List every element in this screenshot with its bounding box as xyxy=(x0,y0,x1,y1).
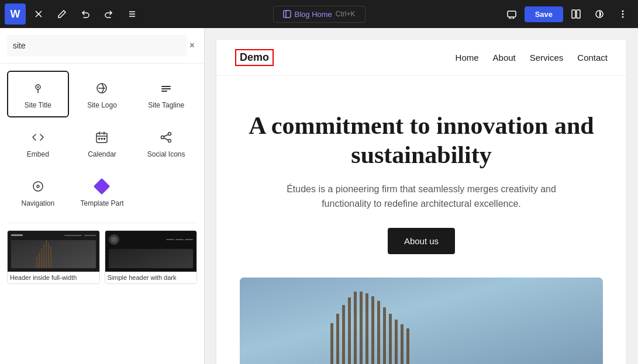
svg-line-34 xyxy=(164,134,168,137)
svg-rect-30 xyxy=(104,138,105,140)
more-options-button[interactable] xyxy=(612,4,633,25)
block-item-site-logo[interactable]: Site Logo xyxy=(71,71,133,117)
nav-services[interactable]: Services xyxy=(530,53,564,63)
hero-title: A commitment to innovation and sustainab… xyxy=(246,111,597,170)
main-layout: × Site Title xyxy=(0,28,638,364)
keyboard-shortcut: Ctrl+K xyxy=(336,10,356,18)
nav-contact[interactable]: Contact xyxy=(577,53,608,63)
template-thumb-light[interactable]: Simple header with dark xyxy=(105,230,198,284)
site-logo-icon xyxy=(92,79,111,98)
styles-button[interactable] xyxy=(589,4,610,25)
svg-point-32 xyxy=(161,136,164,139)
edit-button[interactable] xyxy=(51,4,73,25)
architecture-image xyxy=(240,278,603,364)
template-thumbs: Header inside full-width xyxy=(7,230,197,284)
svg-rect-5 xyxy=(284,11,291,18)
template-thumb-img-dark xyxy=(8,231,99,272)
svg-point-14 xyxy=(622,11,624,12)
svg-point-37 xyxy=(37,185,39,188)
blog-home-button[interactable]: Blog Home Ctrl+K xyxy=(273,6,365,23)
redo-button[interactable] xyxy=(98,4,119,25)
template-part-icon xyxy=(92,177,111,196)
preview-button[interactable] xyxy=(501,4,522,25)
sidebar-search-bar: × xyxy=(0,28,204,64)
svg-rect-11 xyxy=(572,10,575,18)
top-toolbar: W xyxy=(0,0,638,28)
block-item-embed[interactable]: Embed xyxy=(7,120,69,167)
hero-subtitle: Études is a pioneering firm that seamles… xyxy=(275,182,568,212)
site-nav: Home About Services Contact xyxy=(456,53,608,63)
list-view-button[interactable] xyxy=(122,4,143,25)
social-icons-icon xyxy=(157,128,175,147)
block-label-calendar: Calendar xyxy=(88,150,116,158)
site-logo-text: Demo xyxy=(235,49,274,66)
template-thumb-dark[interactable]: Header inside full-width xyxy=(7,230,100,284)
toolbar-center: Blog Home Ctrl+K xyxy=(273,6,365,23)
preview-frame: Demo Home About Services Contact A commi… xyxy=(216,40,626,364)
svg-point-31 xyxy=(168,133,171,136)
template-thumb-label-light: Simple header with dark xyxy=(105,272,197,283)
svg-rect-12 xyxy=(577,10,580,18)
block-label-site-logo: Site Logo xyxy=(87,101,117,109)
blog-home-label: Blog Home xyxy=(295,10,332,19)
hero-section: A commitment to innovation and sustainab… xyxy=(216,76,626,278)
svg-rect-7 xyxy=(508,11,516,17)
site-header: Demo Home About Services Contact xyxy=(216,40,626,76)
nav-about[interactable]: About xyxy=(493,53,516,63)
block-item-site-title[interactable]: Site Title xyxy=(7,71,69,117)
blocks-grid: Site Title Site Logo xyxy=(0,64,204,223)
toolbar-right: Save xyxy=(501,4,633,25)
block-label-site-tagline: Site Tagline xyxy=(148,101,184,109)
clear-search-button[interactable]: × xyxy=(187,38,197,53)
block-item-site-tagline[interactable]: Site Tagline xyxy=(135,71,197,117)
search-wrap xyxy=(7,35,187,56)
site-title-icon xyxy=(29,79,47,98)
block-label-template-part: Template Part xyxy=(80,199,123,207)
svg-rect-29 xyxy=(101,138,103,140)
svg-point-16 xyxy=(622,16,624,18)
search-input[interactable] xyxy=(13,39,181,53)
svg-point-33 xyxy=(168,140,171,143)
block-item-social-icons[interactable]: Social Icons xyxy=(135,120,197,167)
template-thumb-label-dark: Header inside full-width xyxy=(8,272,99,283)
navigation-icon xyxy=(29,177,47,196)
close-button[interactable] xyxy=(28,4,49,25)
svg-point-15 xyxy=(622,13,624,15)
block-item-template-part[interactable]: Template Part xyxy=(71,169,133,216)
wp-logo[interactable]: W xyxy=(5,4,26,25)
svg-rect-28 xyxy=(98,138,100,140)
site-tagline-icon xyxy=(157,79,175,98)
about-us-button[interactable]: About us xyxy=(388,228,455,254)
canvas: Demo Home About Services Contact A commi… xyxy=(205,28,638,364)
embed-icon xyxy=(29,128,47,147)
save-button[interactable]: Save xyxy=(525,6,563,22)
templates-section: Header inside full-width xyxy=(0,223,204,291)
undo-button[interactable] xyxy=(75,4,96,25)
block-label-site-title: Site Title xyxy=(25,101,51,109)
nav-home[interactable]: Home xyxy=(456,53,479,63)
block-item-calendar[interactable]: Calendar xyxy=(71,120,133,167)
block-label-navigation: Navigation xyxy=(21,199,54,207)
block-label-social-icons: Social Icons xyxy=(147,150,185,158)
svg-point-36 xyxy=(33,182,43,191)
svg-point-18 xyxy=(37,86,39,88)
svg-line-35 xyxy=(164,138,168,140)
view-options-button[interactable] xyxy=(565,4,587,25)
block-item-navigation[interactable]: Navigation xyxy=(7,169,69,216)
template-thumb-img-light xyxy=(105,231,197,272)
sidebar: × Site Title xyxy=(0,28,205,364)
block-label-embed: Embed xyxy=(27,150,49,158)
calendar-icon xyxy=(92,128,111,147)
